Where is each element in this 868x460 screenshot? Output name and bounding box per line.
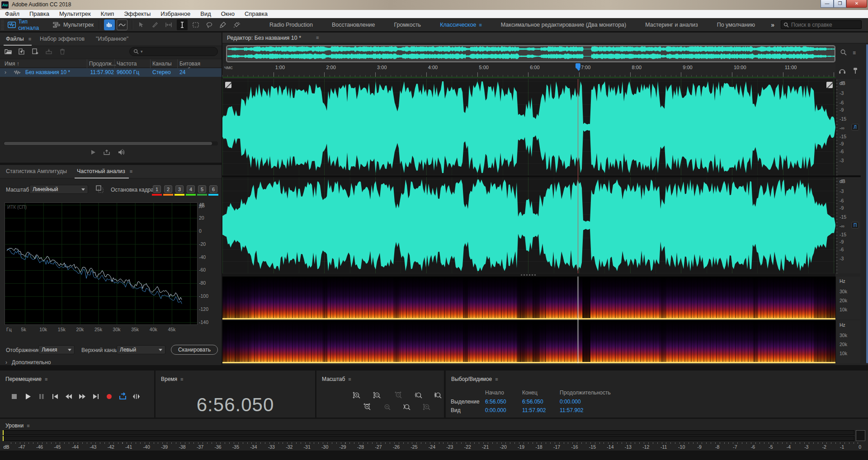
zoom-in-at-in-point-button[interactable]: [415, 391, 423, 399]
waveform-channel-left[interactable]: [222, 79, 835, 175]
display-mode-dropdown[interactable]: Линия: [38, 345, 75, 354]
help-search-input[interactable]: [791, 22, 859, 28]
column-divider[interactable]: [177, 59, 178, 68]
column-divider[interactable]: [114, 59, 115, 68]
frame-hold-button-2[interactable]: 2: [164, 185, 172, 193]
skip-to-start-button[interactable]: [51, 392, 59, 401]
menu-item-1[interactable]: Файл: [0, 10, 24, 18]
advanced-expander[interactable]: ›Дополнительно: [5, 359, 51, 366]
files-hscrollbar[interactable]: [4, 141, 218, 146]
open-file-icon[interactable]: [5, 48, 12, 55]
workspace-menu-icon[interactable]: ≡: [479, 22, 481, 28]
workspace-максимальное-редактирование-два-монитора-[interactable]: Максимальное редактирование (Два монитор…: [491, 22, 636, 28]
menu-item-8[interactable]: Окно: [216, 10, 240, 18]
speaker-icon[interactable]: [118, 149, 126, 155]
headphones-icon[interactable]: [838, 67, 846, 75]
panel-menu-icon[interactable]: ≡: [128, 169, 132, 174]
zoom-out-full-button[interactable]: [394, 391, 402, 399]
multitrack-button[interactable]: Мультитрек: [49, 18, 97, 32]
menu-item-7[interactable]: Вид: [195, 10, 216, 18]
zoom-reset-button[interactable]: [423, 403, 431, 411]
workspace-radio-production[interactable]: Radio Production: [260, 22, 322, 28]
tab-files-1[interactable]: Набор эффектов: [40, 36, 85, 42]
zoom-to-selection-button[interactable]: [434, 391, 442, 399]
preview-play-icon[interactable]: [90, 150, 96, 155]
help-search-box[interactable]: [781, 20, 862, 29]
column-header-3[interactable]: Каналы: [152, 61, 172, 67]
slip-tool[interactable]: [163, 19, 174, 30]
copy-frame-icon[interactable]: [96, 185, 104, 193]
editor-vscrollbar[interactable]: [866, 44, 868, 363]
edit-corner-icon-left[interactable]: [225, 82, 231, 88]
show-spectral-button[interactable]: [117, 19, 127, 30]
column-divider[interactable]: [87, 59, 87, 68]
zoom-out-time-button[interactable]: [383, 403, 391, 411]
file-name[interactable]: Без названия 10 *: [25, 69, 70, 75]
disclosure-icon[interactable]: ›: [5, 69, 6, 75]
skip-selection-button[interactable]: [132, 392, 141, 401]
frame-hold-button-4[interactable]: 4: [187, 185, 195, 193]
paintbrush-tool[interactable]: [217, 19, 228, 30]
column-header-1[interactable]: Продолж...: [89, 61, 116, 67]
move-tool[interactable]: [136, 19, 147, 30]
trash-icon[interactable]: [59, 48, 66, 55]
minimize-button[interactable]: —: [821, 0, 834, 8]
record-button[interactable]: [105, 392, 113, 401]
import-file-icon[interactable]: [18, 48, 25, 55]
top-channel-dropdown[interactable]: Левый: [117, 345, 165, 354]
frame-hold-button-6[interactable]: 6: [209, 185, 217, 193]
panel-menu-icon[interactable]: ≡: [495, 376, 498, 382]
workspace-overflow-button[interactable]: »: [764, 21, 781, 28]
toolbar-grip[interactable]: [1, 20, 4, 30]
stop-button[interactable]: [10, 392, 19, 401]
scan-button[interactable]: Сканировать: [171, 345, 218, 355]
spectrogram-right[interactable]: [222, 320, 835, 363]
menu-item-9[interactable]: Справка: [240, 10, 273, 18]
editor-menu-icon[interactable]: ≡: [316, 35, 319, 40]
tab-analysis-0[interactable]: Статистика Амплитуды: [6, 168, 67, 174]
time-display[interactable]: 6:56.050: [156, 394, 315, 416]
workspace-мастеринг-и-анализ[interactable]: Мастеринг и анализ: [636, 22, 707, 28]
panel-menu-icon[interactable]: ≡: [180, 376, 183, 382]
workspace-громкость[interactable]: Громкость: [385, 22, 431, 28]
new-content-icon[interactable]: [32, 48, 39, 55]
column-header-0[interactable]: Имя ↑: [5, 61, 19, 67]
export-icon[interactable]: [45, 48, 52, 55]
pause-button[interactable]: [37, 392, 46, 401]
scale-dropdown[interactable]: Линейный: [29, 185, 88, 194]
spectrogram-left[interactable]: [222, 277, 835, 319]
workspace-восстановление[interactable]: Восстановление: [322, 22, 385, 28]
tab-files-0[interactable]: Файлы ≡: [6, 36, 31, 42]
razor-tool[interactable]: [150, 19, 160, 30]
auto-play-icon[interactable]: [103, 149, 110, 155]
rewind-button[interactable]: [64, 392, 73, 401]
fast-forward-button[interactable]: [78, 392, 86, 401]
channel-badge-Л[interactable]: Л: [851, 124, 859, 131]
frame-hold-button-1[interactable]: 1: [153, 185, 161, 193]
navigator-menu-icon[interactable]: ≡: [853, 50, 856, 56]
show-waveform-button[interactable]: [104, 19, 115, 30]
channel-badge-П[interactable]: П: [851, 222, 859, 229]
edit-corner-icon-right[interactable]: [826, 82, 833, 88]
panel-menu-icon[interactable]: ≡: [45, 376, 47, 382]
frequency-graph[interactable]: ИТК (СП): [5, 202, 198, 325]
panel-menu-icon[interactable]: ≡: [27, 36, 31, 42]
spot-healing-tool[interactable]: [231, 19, 242, 30]
menu-item-4[interactable]: Клип: [96, 10, 119, 18]
panel-menu-icon[interactable]: ≡: [27, 423, 29, 428]
panel-menu-icon[interactable]: ≡: [348, 376, 351, 382]
play-button[interactable]: [24, 392, 32, 401]
overview-navigator[interactable]: [226, 45, 835, 62]
file-row[interactable]: ›Без названия 10 *11:57.90296000 ГцСтере…: [0, 68, 222, 77]
zoom-out-amplitude-button[interactable]: [373, 391, 381, 399]
tab-analysis-1[interactable]: Частотный анализ ≡: [77, 168, 132, 174]
skip-to-end-button[interactable]: [91, 392, 100, 401]
timeline-ruler[interactable]: чмс1:002:003:004:005:006:007:008:009:001…: [222, 63, 835, 78]
frame-hold-button-3[interactable]: 3: [175, 185, 184, 193]
menu-item-5[interactable]: Эффекты: [119, 10, 156, 18]
menu-item-6[interactable]: Избранное: [156, 10, 195, 18]
waveform-editor-button[interactable]: Тип сигнала: [4, 18, 49, 32]
close-button[interactable]: ✕: [846, 0, 867, 8]
column-divider[interactable]: [150, 59, 151, 68]
marquee-selection-tool[interactable]: [190, 19, 201, 30]
